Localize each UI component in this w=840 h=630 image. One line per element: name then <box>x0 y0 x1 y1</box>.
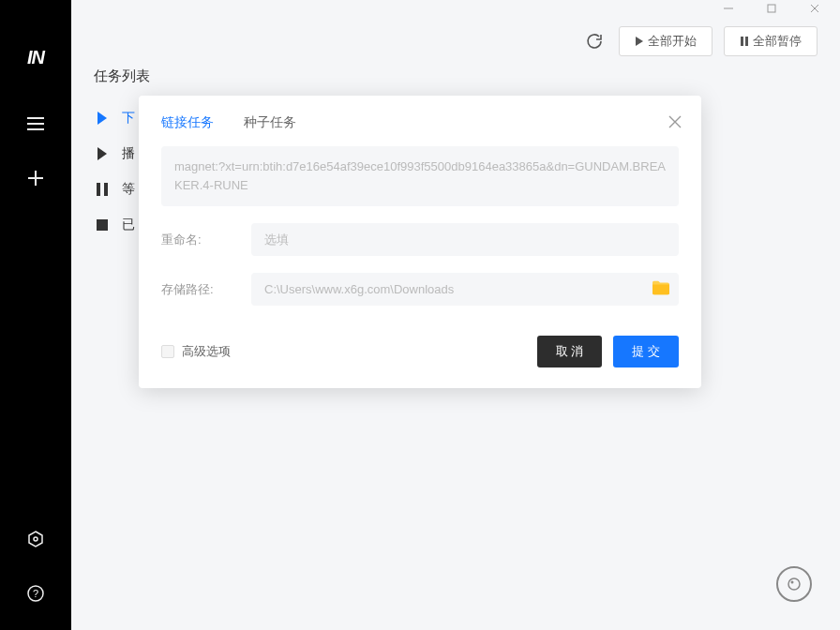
rename-input[interactable] <box>251 223 679 256</box>
path-label: 存储路径: <box>161 281 236 298</box>
modal-overlay: 链接任务 种子任务 magnet:?xt=urn:btih:d7e16e54af… <box>0 0 840 630</box>
rename-row: 重命名: <box>161 223 679 256</box>
add-task-modal: 链接任务 种子任务 magnet:?xt=urn:btih:d7e16e54af… <box>139 96 701 388</box>
path-row: 存储路径: <box>161 273 679 306</box>
tab-torrent-task[interactable]: 种子任务 <box>244 114 296 131</box>
advanced-options-checkbox[interactable]: 高级选项 <box>161 343 231 360</box>
modal-close-button[interactable] <box>664 111 686 133</box>
modal-footer: 高级选项 取 消 提 交 <box>139 309 701 388</box>
modal-tabs: 链接任务 种子任务 <box>139 96 701 142</box>
tab-link-task[interactable]: 链接任务 <box>161 114 214 131</box>
checkbox-icon <box>161 345 174 358</box>
cancel-button[interactable]: 取 消 <box>537 336 603 368</box>
submit-button[interactable]: 提 交 <box>613 336 679 368</box>
modal-body: magnet:?xt=urn:btih:d7e16e54af39ece10f99… <box>139 142 701 309</box>
modal-actions: 取 消 提 交 <box>537 336 679 368</box>
path-input[interactable] <box>251 273 679 306</box>
advanced-label: 高级选项 <box>182 343 231 360</box>
magnet-link-input[interactable]: magnet:?xt=urn:btih:d7e16e54af39ece10f99… <box>161 146 679 206</box>
rename-label: 重命名: <box>161 232 236 248</box>
folder-icon[interactable] <box>652 280 669 298</box>
